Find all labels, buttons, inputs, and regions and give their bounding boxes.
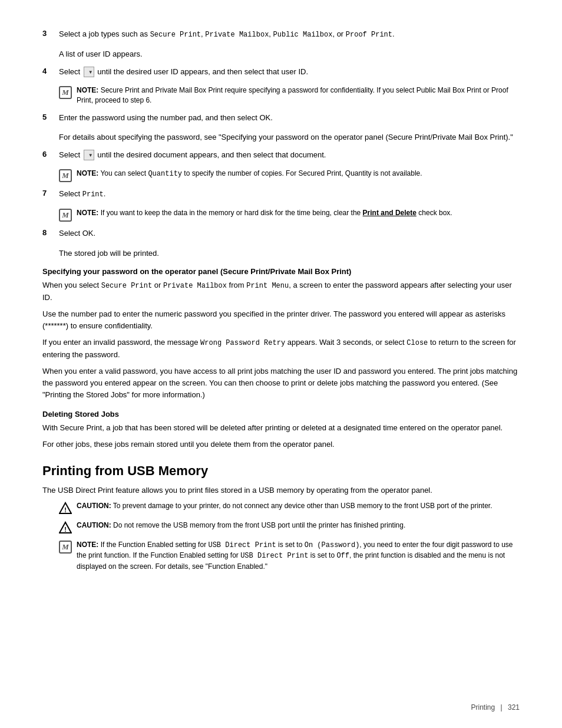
- down-button-icon: [84, 67, 94, 77]
- usb-note: M NOTE: If the Function Enabled setting …: [59, 540, 520, 572]
- step-7-text: Select Print.: [59, 188, 520, 200]
- step-6-num: 6: [42, 149, 59, 159]
- footer-page: 321: [508, 703, 520, 711]
- step-8-text: Select OK.: [59, 228, 520, 239]
- subheading1-para1: When you select Secure Print or Private …: [42, 279, 520, 304]
- usb-intro: The USB Direct Print feature allows you …: [42, 485, 520, 496]
- subheading1-para4: When you enter a valid password, you hav…: [42, 365, 520, 401]
- subheading2-para2: For other jobs, these jobs remain stored…: [42, 439, 520, 450]
- usb-memory-section: Printing from USB Memory: [42, 463, 520, 479]
- step-3-num: 3: [42, 28, 59, 38]
- svg-text:!: !: [64, 506, 67, 513]
- step-7-content: Select Print.: [59, 188, 520, 202]
- page-content: 3 Select a job types such as Secure Prin…: [0, 0, 562, 613]
- subheading1-para3: If you enter an invalid password, the me…: [42, 337, 520, 361]
- usb-caution-1: ! CAUTION: To prevent damage to your pri…: [59, 501, 520, 515]
- subheading2-para1: With Secure Print, a job that has been s…: [42, 422, 520, 434]
- step-5-text: Enter the password using the number pad,…: [59, 112, 520, 124]
- footer: Printing | 321: [471, 703, 520, 711]
- step-6-text: Select until the desired document appear…: [59, 149, 520, 161]
- step-4-num: 4: [42, 66, 59, 75]
- step-6-note-text: NOTE: You can select Quantity to specify…: [77, 169, 422, 179]
- subheading-2: Deleting Stored Jobs: [42, 410, 520, 419]
- step-4-note: M NOTE: Secure Print and Private Mail Bo…: [59, 85, 520, 106]
- step-4-note-text: NOTE: Secure Print and Private Mail Box …: [77, 85, 520, 106]
- subheading-1: Specifying your password on the operator…: [42, 267, 520, 276]
- step-7: 7 Select Print.: [42, 188, 520, 202]
- step-5-num: 5: [42, 112, 59, 121]
- usb-caution-2-text: CAUTION: Do not remove the USB memory fr…: [77, 521, 405, 531]
- step-6: 6 Select until the desired document appe…: [42, 149, 520, 163]
- step-6-content: Select until the desired document appear…: [59, 149, 520, 163]
- step-3: 3 Select a job types such as Secure Prin…: [42, 28, 520, 42]
- step-5: 5 Enter the password using the number pa…: [42, 112, 520, 126]
- footer-divider: |: [501, 703, 503, 711]
- usb-caution-2: ! CAUTION: Do not remove the USB memory …: [59, 521, 520, 534]
- step-8-num: 8: [42, 228, 59, 237]
- usb-note-text: NOTE: If the Function Enabled setting fo…: [77, 540, 520, 572]
- usb-caution-1-text: CAUTION: To prevent damage to your print…: [77, 501, 492, 511]
- step-7-note-text: NOTE: If you want to keep the data in th…: [77, 208, 452, 218]
- note-icon-4: M: [59, 541, 72, 554]
- step-3-text: Select a job types such as Secure Print,…: [59, 28, 520, 40]
- footer-label: Printing: [471, 703, 495, 711]
- svg-text:!: !: [64, 526, 67, 533]
- step-8: 8 Select OK.: [42, 228, 520, 242]
- down-button-icon-2: [84, 150, 94, 160]
- caution-icon-2: !: [59, 521, 72, 534]
- step-3-content: Select a job types such as Secure Print,…: [59, 28, 520, 42]
- caution-icon-1: !: [59, 502, 72, 515]
- step-4-text: Select until the desired user ID appears…: [59, 66, 520, 78]
- step-7-num: 7: [42, 188, 59, 197]
- subheading1-para2: Use the number pad to enter the numeric …: [42, 308, 520, 332]
- step-6-note: M NOTE: You can select Quantity to speci…: [59, 169, 520, 182]
- step-8-sub: The stored job will be printed.: [59, 248, 520, 259]
- step-3-sub: A list of user ID appears.: [59, 48, 520, 60]
- note-icon-3: M: [59, 209, 72, 222]
- step-8-content: Select OK.: [59, 228, 520, 242]
- step-4: 4 Select until the desired user ID appea…: [42, 66, 520, 80]
- note-icon: M: [59, 86, 72, 99]
- step-7-note: M NOTE: If you want to keep the data in …: [59, 208, 520, 222]
- usb-memory-heading: Printing from USB Memory: [42, 463, 520, 479]
- step-5-sub: For details about specifying the passwor…: [59, 131, 520, 143]
- step-5-content: Enter the password using the number pad,…: [59, 112, 520, 126]
- note-icon-2: M: [59, 169, 72, 182]
- step-4-content: Select until the desired user ID appears…: [59, 66, 520, 80]
